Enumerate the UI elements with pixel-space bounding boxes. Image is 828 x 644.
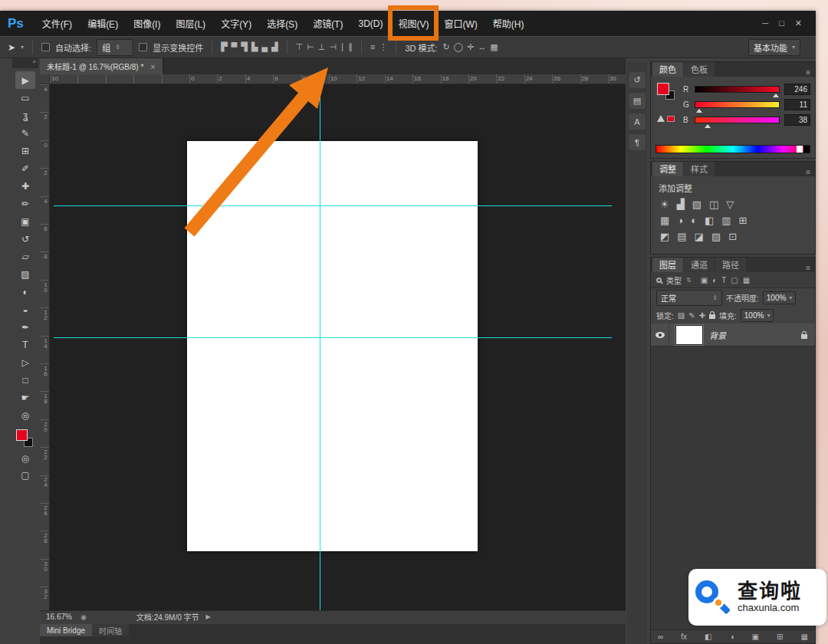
levels-icon[interactable]: ▟ [677,199,685,210]
distribute-top-icon[interactable]: ⊤ [296,42,304,52]
marquee-tool[interactable]: ▭ [15,89,35,107]
crop-tool[interactable]: ⊞ [15,142,35,159]
new-group-icon[interactable]: ▣ [752,632,759,641]
show-transform-checkbox[interactable] [139,43,147,51]
gradient-map-icon[interactable]: ▨ [711,231,721,242]
zoom-tool[interactable]: ◎ [15,406,35,424]
vibrance-icon[interactable]: ▽ [726,199,734,210]
gamut-color-chip[interactable] [667,116,675,122]
document-canvas[interactable] [187,141,478,551]
green-channel-slider[interactable] [695,101,780,108]
exposure-icon[interactable]: ◫ [709,199,718,210]
zoom-level-field[interactable]: 16.67% [46,613,74,621]
link-layers-icon[interactable]: ∞ [658,632,663,641]
slider-thumb[interactable] [696,106,702,113]
layer-thumbnail[interactable] [675,325,703,345]
eraser-tool[interactable]: ▱ [15,248,35,265]
menu-layer[interactable]: 图层(L) [176,17,205,30]
menu-view[interactable]: 视图(V) [398,17,429,30]
tab-layers[interactable]: 图层 [652,257,683,272]
curves-icon[interactable]: ▧ [692,199,702,210]
color-spectrum-bar[interactable] [656,145,810,153]
lasso-tool[interactable]: ʓ [15,107,35,124]
more-options-icon[interactable]: ⋮ [379,42,387,52]
panel-menu-icon[interactable]: ≡ [801,168,815,176]
panel-menu-icon[interactable]: ≡ [801,264,815,272]
character-panel-icon[interactable]: A [629,113,646,130]
tab-color[interactable]: 颜色 [652,61,683,77]
spectrum-white-chip[interactable] [797,146,803,153]
foreground-color-chip[interactable] [657,83,669,95]
3d-roll-icon[interactable]: ◯ [454,42,463,52]
black-white-icon[interactable]: ◐ [691,215,697,226]
green-channel-value[interactable]: 11 [784,99,810,110]
workspace-dropdown[interactable]: 基本功能 ▾ [748,39,800,56]
add-mask-icon[interactable]: ◧ [705,632,711,641]
lock-pixels-icon[interactable]: ✎ [688,311,695,320]
fill-dropdown[interactable]: 100% ▾ [741,309,774,322]
layer-style-icon[interactable]: fx [681,632,687,641]
align-top-icon[interactable]: ▛ [221,42,227,52]
auto-align-icon[interactable]: ≡ [370,42,375,52]
menu-image[interactable]: 图像(I) [133,17,160,30]
history-brush-tool[interactable]: ↺ [15,230,35,248]
posterize-icon[interactable]: ▤ [677,231,686,242]
menu-select[interactable]: 选择(S) [267,17,297,30]
hand-tool[interactable]: ☛ [15,389,35,406]
blur-tool[interactable]: ◐ [15,283,35,301]
tab-timeline[interactable]: 时间轴 [92,624,129,636]
maximize-button[interactable]: □ [779,18,784,28]
menu-window[interactable]: 窗口(W) [444,17,477,30]
lock-all-icon[interactable] [709,314,715,319]
align-hcenter-icon[interactable]: ▄ [261,42,268,52]
color-balance-icon[interactable]: ◑ [677,215,683,226]
left-ruler[interactable]: 4202468101214161820222426283032 [40,84,50,610]
quick-mask-icon[interactable]: ◎ [15,450,35,467]
slider-thumb[interactable] [705,121,711,128]
toolbar-collapse-icon[interactable]: » [12,58,38,68]
move-tool[interactable]: ▶ [15,71,35,89]
tab-swatches[interactable]: 色板 [684,61,715,77]
filter-pixel-icon[interactable]: ▣ [701,276,708,284]
menu-3d[interactable]: 3D(D) [358,18,383,29]
properties-panel-icon[interactable]: ▤ [629,93,646,109]
top-ruler[interactable]: 10024681012141618202224262830 [50,74,626,84]
path-select-tool[interactable]: ▷ [15,353,35,371]
photo-filter-icon[interactable]: ◧ [705,215,714,226]
healing-brush-tool[interactable]: ✚ [15,177,35,195]
tab-channels[interactable]: 通道 [684,257,715,272]
filter-shape-icon[interactable]: ▢ [731,276,738,284]
brightness-contrast-icon[interactable]: ☀ [660,199,669,210]
color-lookup-icon[interactable]: ⊞ [739,215,748,226]
menu-help[interactable]: 帮助(H) [493,17,524,30]
tab-mini-bridge[interactable]: Mini Bridge [40,624,92,636]
pen-tool[interactable]: ✒ [15,318,35,336]
eyedropper-tool[interactable]: ✐ [15,159,35,177]
align-bottom-icon[interactable]: ▜ [241,42,247,52]
layer-visibility-cell[interactable] [651,324,669,346]
auto-select-dropdown[interactable]: 组 ⇕ [97,39,133,56]
spectrum-black-chip[interactable] [803,146,810,153]
3d-rotate-icon[interactable]: ↻ [443,42,450,52]
new-layer-icon[interactable]: ⊞ [777,632,783,641]
channel-mixer-icon[interactable]: ▥ [721,215,731,226]
tab-adjustments[interactable]: 调整 [652,161,683,176]
tab-styles[interactable]: 样式 [684,161,715,176]
new-adjustment-icon[interactable]: ◑ [730,632,734,641]
red-channel-value[interactable]: 246 [784,84,810,95]
menu-edit[interactable]: 编辑(E) [87,17,118,30]
filter-caret-icon[interactable]: ⇅ [686,277,692,284]
history-panel-icon[interactable]: ↺ [629,72,646,88]
auto-select-checkbox[interactable] [41,43,50,51]
document-tab-close-icon[interactable]: × [150,62,155,71]
clone-stamp-tool[interactable]: ▣ [15,212,35,230]
panel-menu-icon[interactable]: ≡ [801,68,815,77]
menu-type[interactable]: 文字(Y) [221,17,251,30]
tool-preset-caret-icon[interactable]: ▾ [21,44,24,51]
paragraph-panel-icon[interactable]: ¶ [629,134,646,150]
menu-file[interactable]: 文件(F) [42,17,72,30]
type-tool[interactable]: T [15,336,35,353]
selective-color-icon[interactable]: ⊡ [728,231,737,242]
invert-icon[interactable]: ◩ [660,231,669,242]
align-vcenter-icon[interactable]: ▀ [232,42,238,52]
